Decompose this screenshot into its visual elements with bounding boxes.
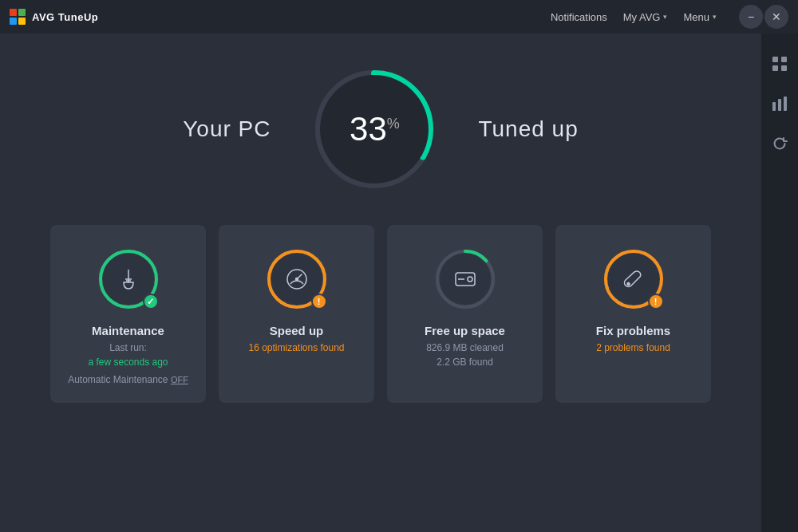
svg-rect-6: [784, 97, 787, 111]
svg-point-23: [468, 277, 472, 282]
fix-problems-status-badge: !: [648, 294, 664, 309]
menu-button[interactable]: Menu ▾: [683, 11, 717, 23]
chart-icon[interactable]: [765, 89, 794, 118]
svg-rect-4: [772, 102, 776, 111]
avg-logo: [10, 9, 26, 25]
svg-rect-0: [772, 57, 778, 62]
minimize-button[interactable]: −: [739, 5, 763, 29]
free-up-space-icon-inner: [440, 254, 491, 305]
title-bar: AVG TuneUp Notifications My AVG ▾ Menu ▾…: [0, 0, 798, 33]
free-up-space-icon-ring: [433, 247, 497, 311]
fix-problems-subtitle: 2 problems found: [596, 341, 670, 355]
maintenance-title: Maintenance: [92, 324, 164, 337]
speed-up-card[interactable]: ! Speed up 16 optimizations found: [219, 225, 374, 403]
speed-up-icon-ring: !: [265, 247, 329, 311]
refresh-icon[interactable]: [765, 129, 794, 158]
close-button[interactable]: ✕: [764, 5, 788, 29]
maintenance-time: a few seconds ago: [88, 357, 168, 368]
fix-problems-card[interactable]: ! Fix problems 2 problems found: [555, 225, 711, 403]
hard-drive-icon: [452, 266, 478, 292]
title-bar-right: Notifications My AVG ▾ Menu ▾ − ✕: [551, 5, 788, 29]
gauge-percent-value: 33%: [350, 110, 400, 148]
speed-up-title: Speed up: [270, 324, 324, 337]
maintenance-auto-link[interactable]: OFF: [171, 375, 188, 384]
svg-rect-2: [772, 65, 778, 71]
apps-icon[interactable]: [765, 49, 794, 78]
gauge-section: Your PC 33% Tuned up: [183, 65, 579, 193]
maintenance-icon: [116, 266, 141, 292]
speedometer-icon: [284, 266, 310, 292]
gauge-right-label: Tuned up: [478, 116, 578, 142]
free-up-space-cleaned: 826.9 MB cleaned: [426, 341, 504, 355]
maintenance-icon-ring: ✓: [97, 247, 160, 311]
gauge-percent-sign: %: [387, 116, 400, 132]
maintenance-status-badge: ✓: [143, 294, 159, 309]
maintenance-subtitle: Last run: a few seconds ago: [88, 341, 168, 369]
free-up-space-found: 2.2 GB found: [426, 355, 504, 369]
svg-rect-5: [778, 99, 781, 111]
app-title: AVG TuneUp: [32, 11, 98, 23]
window-controls: − ✕: [739, 5, 788, 29]
menu-chevron-icon: ▾: [713, 13, 717, 21]
maintenance-card[interactable]: ✓ Maintenance Last run: a few seconds ag…: [50, 225, 206, 403]
free-up-space-card[interactable]: Free up space 826.9 MB cleaned 2.2 GB fo…: [387, 225, 543, 403]
right-panel: [761, 33, 798, 532]
speed-up-status-badge: !: [311, 294, 327, 309]
speed-up-subtitle: 16 optimizations found: [248, 341, 344, 355]
free-up-space-title: Free up space: [425, 324, 505, 337]
cards-section: ✓ Maintenance Last run: a few seconds ag…: [32, 225, 729, 403]
gauge-inner: 33%: [320, 75, 429, 183]
svg-rect-3: [781, 65, 787, 71]
svg-rect-1: [781, 57, 787, 62]
wrench-icon: [621, 266, 646, 292]
my-avg-chevron-icon: ▾: [663, 13, 667, 21]
fix-problems-icon-ring: !: [602, 247, 666, 311]
app-branding: AVG TuneUp: [10, 9, 98, 25]
gauge-left-label: Your PC: [183, 116, 271, 142]
gauge-container: 33%: [310, 65, 438, 193]
notifications-button[interactable]: Notifications: [551, 11, 607, 23]
fix-problems-title: Fix problems: [596, 324, 670, 337]
maintenance-auto-label: Automatic Maintenance OFF: [68, 372, 188, 387]
svg-point-18: [295, 278, 298, 281]
my-avg-menu[interactable]: My AVG ▾: [623, 11, 668, 23]
main-content: Your PC 33% Tuned up: [0, 33, 761, 532]
svg-point-27: [627, 283, 630, 286]
free-up-space-subtitle: 826.9 MB cleaned 2.2 GB found: [426, 341, 504, 369]
